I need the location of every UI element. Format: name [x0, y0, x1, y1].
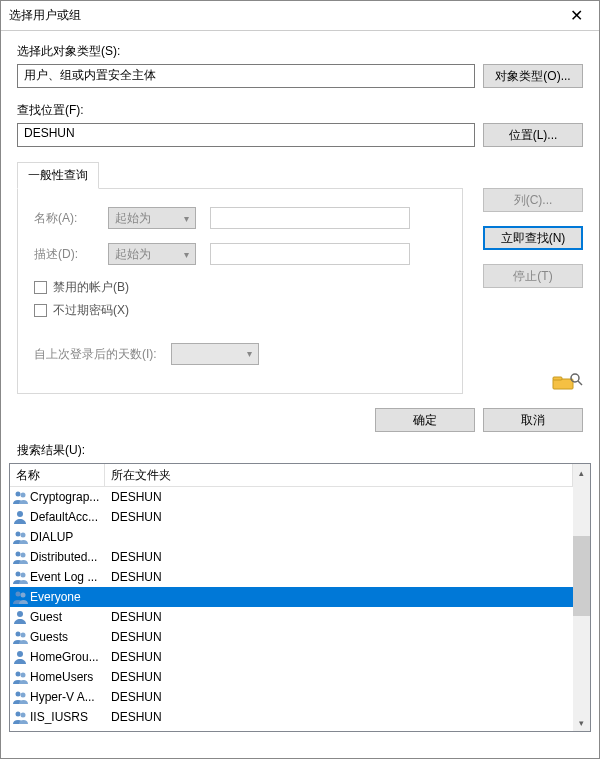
list-item[interactable]: DefaultAcc...DESHUN: [10, 507, 573, 527]
titlebar: 选择用户或组 ✕: [1, 1, 599, 31]
svg-point-24: [21, 713, 26, 718]
item-name: IIS_IUSRS: [30, 710, 107, 724]
item-folder: DESHUN: [107, 490, 162, 504]
item-name: DefaultAcc...: [30, 510, 107, 524]
user-icon: [12, 509, 28, 525]
svg-point-22: [21, 693, 26, 698]
results-headers: 名称 所在文件夹: [10, 464, 573, 487]
item-name: HomeUsers: [30, 670, 107, 684]
list-item[interactable]: DIALUP: [10, 527, 573, 547]
svg-point-6: [17, 511, 23, 517]
group-icon: [12, 669, 28, 685]
list-item[interactable]: Event Log ...DESHUN: [10, 567, 573, 587]
locations-button[interactable]: 位置(L)...: [483, 123, 583, 147]
svg-point-5: [21, 493, 26, 498]
chevron-down-icon: ▾: [247, 348, 252, 359]
group-icon: [12, 709, 28, 725]
chevron-down-icon: ▾: [184, 213, 189, 224]
list-item[interactable]: Everyone: [10, 587, 573, 607]
group-icon: [12, 689, 28, 705]
svg-point-17: [21, 633, 26, 638]
item-name: Hyper-V A...: [30, 690, 107, 704]
group-icon: [12, 589, 28, 605]
item-folder: DESHUN: [107, 630, 162, 644]
scroll-thumb[interactable]: [573, 536, 590, 616]
chevron-down-icon: ▾: [184, 249, 189, 260]
days-since-login-label: 自上次登录后的天数(I):: [34, 346, 157, 363]
column-folder[interactable]: 所在文件夹: [105, 464, 573, 486]
list-item[interactable]: Cryptograp...DESHUN: [10, 487, 573, 507]
svg-point-14: [21, 593, 26, 598]
item-name: Guests: [30, 630, 107, 644]
name-input[interactable]: [210, 207, 410, 229]
item-folder: DESHUN: [107, 690, 162, 704]
svg-point-23: [16, 712, 21, 717]
group-icon: [12, 629, 28, 645]
svg-point-7: [16, 532, 21, 537]
disabled-accounts-label: 禁用的帐户(B): [53, 279, 129, 296]
location-field[interactable]: DESHUN: [17, 123, 475, 147]
pwd-no-expire-label: 不过期密码(X): [53, 302, 129, 319]
svg-point-16: [16, 632, 21, 637]
item-folder: DESHUN: [107, 650, 162, 664]
column-name[interactable]: 名称: [10, 464, 105, 486]
results-list: 名称 所在文件夹 Cryptograp...DESHUNDefaultAcc..…: [9, 463, 591, 732]
pwd-no-expire-checkbox[interactable]: [34, 304, 47, 317]
window-title: 选择用户或组: [1, 7, 554, 24]
description-input[interactable]: [210, 243, 410, 265]
scroll-down-button[interactable]: ▾: [573, 714, 590, 731]
svg-point-12: [21, 573, 26, 578]
svg-point-20: [21, 673, 26, 678]
name-match-combo[interactable]: 起始为▾: [108, 207, 196, 229]
list-item[interactable]: Hyper-V A...DESHUN: [10, 687, 573, 707]
svg-point-13: [16, 592, 21, 597]
item-name: Event Log ...: [30, 570, 107, 584]
item-folder: DESHUN: [107, 710, 162, 724]
location-label: 查找位置(F):: [17, 102, 583, 119]
object-type-label: 选择此对象类型(S):: [17, 43, 583, 60]
list-item[interactable]: GuestsDESHUN: [10, 627, 573, 647]
item-name: Guest: [30, 610, 107, 624]
days-since-login-combo[interactable]: ▾: [171, 343, 259, 365]
find-now-button[interactable]: 立即查找(N): [483, 226, 583, 250]
user-icon: [12, 649, 28, 665]
columns-button[interactable]: 列(C)...: [483, 188, 583, 212]
cancel-button[interactable]: 取消: [483, 408, 583, 432]
item-folder: DESHUN: [107, 570, 162, 584]
svg-line-3: [578, 381, 582, 385]
svg-point-9: [16, 552, 21, 557]
list-item[interactable]: HomeUsersDESHUN: [10, 667, 573, 687]
svg-point-11: [16, 572, 21, 577]
svg-point-10: [21, 553, 26, 558]
vertical-scrollbar[interactable]: ▴ ▾: [573, 464, 590, 731]
query-tabs: 一般性查询 名称(A): 起始为▾ 描述(D): 起始为▾ 禁用的帐户(B): [17, 161, 583, 394]
svg-point-18: [17, 651, 23, 657]
tab-common-queries[interactable]: 一般性查询: [17, 162, 99, 189]
item-name: Everyone: [30, 590, 107, 604]
object-types-button[interactable]: 对象类型(O)...: [483, 64, 583, 88]
item-name: HomeGrou...: [30, 650, 107, 664]
item-name: DIALUP: [30, 530, 107, 544]
item-folder: DESHUN: [107, 510, 162, 524]
user-icon: [12, 609, 28, 625]
close-button[interactable]: ✕: [554, 1, 599, 31]
item-name: Cryptograp...: [30, 490, 107, 504]
svg-point-19: [16, 672, 21, 677]
stop-button[interactable]: 停止(T): [483, 264, 583, 288]
name-label: 名称(A):: [34, 210, 94, 227]
svg-point-4: [16, 492, 21, 497]
description-match-combo[interactable]: 起始为▾: [108, 243, 196, 265]
list-item[interactable]: GuestDESHUN: [10, 607, 573, 627]
disabled-accounts-checkbox[interactable]: [34, 281, 47, 294]
group-icon: [12, 569, 28, 585]
list-item[interactable]: Distributed...DESHUN: [10, 547, 573, 567]
list-item[interactable]: IIS_IUSRSDESHUN: [10, 707, 573, 727]
query-panel: 名称(A): 起始为▾ 描述(D): 起始为▾ 禁用的帐户(B) 不过期密码(X…: [17, 188, 463, 394]
list-item[interactable]: HomeGrou...DESHUN: [10, 647, 573, 667]
group-icon: [12, 549, 28, 565]
scroll-up-button[interactable]: ▴: [573, 464, 590, 481]
svg-point-2: [571, 374, 579, 382]
object-type-field[interactable]: 用户、组或内置安全主体: [17, 64, 475, 88]
item-folder: DESHUN: [107, 610, 162, 624]
ok-button[interactable]: 确定: [375, 408, 475, 432]
